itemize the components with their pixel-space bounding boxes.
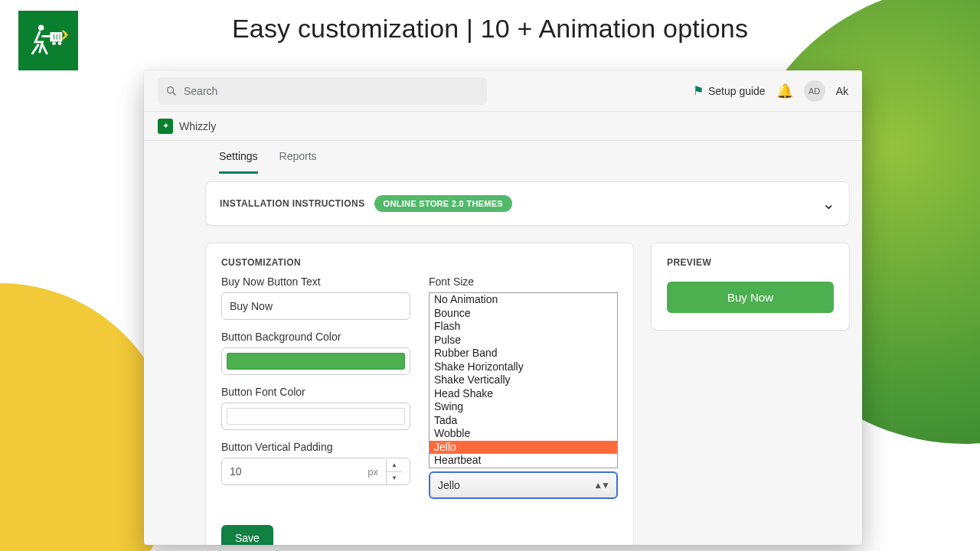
animation-option[interactable]: Swing <box>430 400 617 414</box>
preview-card: PREVIEW Buy Now <box>651 243 850 331</box>
page-headline: Easy customization | 10 + Animation opti… <box>0 14 980 44</box>
preview-buy-button[interactable]: Buy Now <box>667 282 834 313</box>
vpad-unit: px <box>368 466 378 478</box>
animation-option[interactable]: No Animation <box>430 293 617 307</box>
vpad-label: Button Vertical Padding <box>221 441 410 453</box>
font-color-swatch <box>227 408 405 425</box>
vpad-input[interactable]: 10 px ▲▼ <box>221 458 410 485</box>
animation-select[interactable]: Jello ▲▼ <box>429 471 618 499</box>
app-mini-icon: ✦ <box>158 119 173 134</box>
bg-color-swatch <box>227 353 405 370</box>
search-icon <box>165 85 178 97</box>
animation-option[interactable]: Wobble <box>430 427 617 441</box>
svg-line-5 <box>173 93 175 95</box>
animation-option[interactable]: Heartbeat <box>430 454 617 468</box>
customization-card: CUSTOMIZATION Buy Now Button Text Buy No… <box>205 243 634 545</box>
search-input[interactable]: Search <box>158 77 487 105</box>
button-text-input[interactable]: Buy Now <box>221 292 410 320</box>
customization-title: CUSTOMIZATION <box>221 257 618 268</box>
animation-option[interactable]: Pulse <box>430 334 617 347</box>
vpad-stepper[interactable]: ▲▼ <box>386 459 402 484</box>
tabs: Settings Reports <box>205 141 850 174</box>
tab-reports[interactable]: Reports <box>279 150 317 174</box>
install-title: INSTALLATION INSTRUCTIONS <box>220 198 365 209</box>
animation-option[interactable]: Head Shake <box>430 387 617 401</box>
bg-color-input[interactable] <box>221 347 410 375</box>
topbar: Search ⚑ Setup guide 🔔 AD Ak <box>144 70 862 112</box>
setup-guide-label: Setup guide <box>708 85 766 97</box>
bg-color-label: Button Background Color <box>221 331 410 343</box>
animation-option[interactable]: Shake Vertically <box>430 373 617 387</box>
animation-option[interactable]: Jello <box>430 441 617 455</box>
app-breadcrumb: ✦ Whizzly <box>144 112 862 141</box>
user-name[interactable]: Ak <box>836 85 848 97</box>
font-color-label: Button Font Color <box>221 386 410 398</box>
tab-settings[interactable]: Settings <box>219 150 258 174</box>
animation-option[interactable]: Rubber Band <box>430 347 617 360</box>
chevron-down-icon: ⌄ <box>822 194 835 213</box>
font-size-label: Font Size <box>429 276 618 288</box>
select-caret-icon: ▲▼ <box>593 480 609 491</box>
app-window: Search ⚑ Setup guide 🔔 AD Ak ✦ Whizzly S… <box>144 70 862 545</box>
preview-title: PREVIEW <box>667 257 834 268</box>
animation-select-value: Jello <box>438 479 460 491</box>
install-pill: ONLINE STORE 2.0 THEMES <box>374 195 512 212</box>
installation-card[interactable]: INSTALLATION INSTRUCTIONS ONLINE STORE 2… <box>205 181 850 226</box>
font-color-input[interactable] <box>221 403 410 430</box>
button-text-value: Buy Now <box>230 300 273 312</box>
svg-point-4 <box>168 86 174 93</box>
avatar[interactable]: AD <box>804 80 825 102</box>
app-name: Whizzly <box>179 120 216 132</box>
button-text-label: Buy Now Button Text <box>221 276 410 288</box>
flag-icon: ⚑ <box>693 83 704 98</box>
setup-guide-link[interactable]: ⚑ Setup guide <box>693 83 766 98</box>
animation-option[interactable]: Tada <box>430 414 617 428</box>
animation-dropdown-list[interactable]: No AnimationBounceFlashPulseRubber BandS… <box>429 292 618 468</box>
search-placeholder: Search <box>184 85 217 97</box>
vpad-value: 10 <box>230 465 242 478</box>
save-button[interactable]: Save <box>221 525 273 545</box>
animation-option[interactable]: Bounce <box>430 307 617 321</box>
notifications-icon[interactable]: 🔔 <box>776 83 793 99</box>
animation-option[interactable]: Shake Horizontally <box>430 360 617 374</box>
animation-option[interactable]: Flash <box>430 320 617 334</box>
